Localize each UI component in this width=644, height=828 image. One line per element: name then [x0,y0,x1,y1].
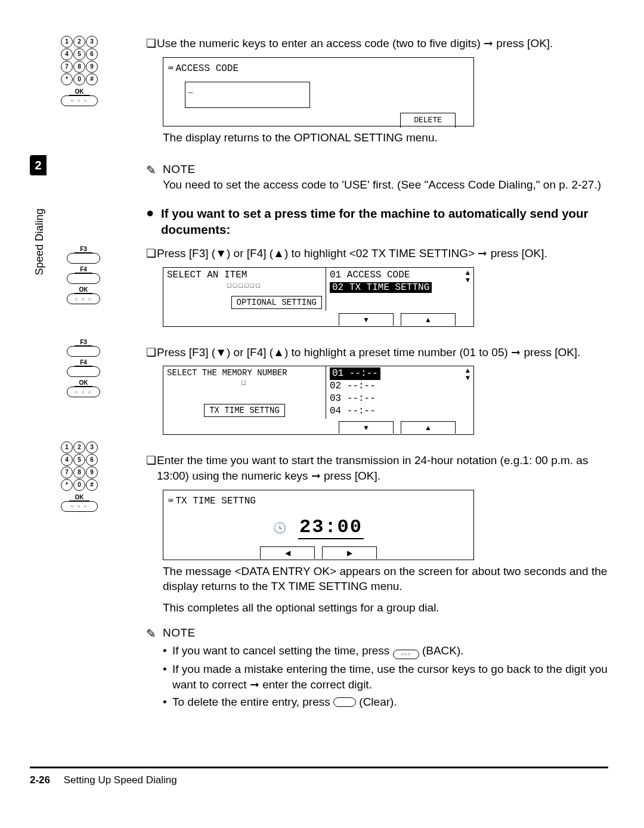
key-3: 3 [86,36,98,48]
caption-1: The message <DATA ENTRY OK> appears on t… [163,564,608,594]
lcd-access-code: ⌨ ACCESS CODE _ DELETE [163,57,474,126]
up-arrow-button: ▲ [401,313,456,326]
ok-button-icon-3: ○ ○ ○ [67,387,100,397]
scroll-icon: ▲▼ [466,367,470,382]
footer-title: Setting Up Speed Dialing [64,774,177,786]
footer-rule [30,767,608,768]
lcd-list-item-selected: 01 --:-- [330,367,380,380]
ok-label-3: OK [75,379,92,387]
key-star: * [61,73,73,85]
fkey-graphic-2: F3 F4 OK○ ○ ○ [60,339,107,400]
f4-label: F4 [75,266,92,273]
lcd-list-item: 02 --:-- [330,380,470,393]
down-arrow-button: ▼ [339,421,394,434]
key: 9 [86,466,98,478]
f3-button-icon-b [67,346,100,357]
step-memnum-select: ❏ Press [F3] (▼) or [F4] (▲) to highligh… [146,345,608,435]
lcd-memnum-select: SELECT THE MEMORY NUMBER □ TX TIME SETTN… [163,366,474,435]
lcd-list-item-selected: 02 TX TIME SETTNG [330,282,432,293]
lcd-left-title: SELECT THE MEMORY NUMBER [167,368,322,378]
chapter-number: 2 [30,155,47,175]
lcd-list-item: 01 ACCESS CODE [330,270,410,280]
step-txtime-select: ❏ Press [F3] (▼) or [F4] (▲) to highligh… [146,246,608,327]
key: 3 [86,441,98,453]
note-body-list: If you want to cancel setting the time, … [163,643,608,710]
step-access-code: ❏ Use the numeric keys to enter an acces… [146,36,608,145]
key: 2 [73,441,85,453]
key-8: 8 [73,61,85,73]
lcd-input-field: _ [185,82,310,108]
note-1: ✎ NOTE [146,163,608,177]
back-button-icon: ○○○ [393,650,419,659]
page-number: 2-26 [30,774,50,786]
caption-2: This completes all the optional settings… [163,600,608,616]
pencil-icon: ✎ [146,626,163,641]
lcd-time-value: 23:00 [298,516,364,539]
keyboard-icon: ⌨ [168,496,173,506]
key-9: 9 [86,61,98,73]
lcd-left-label-box: TX TIME SETTNG [204,404,285,417]
note-list-item: If you want to cancel setting the time, … [163,643,608,659]
key-4: 4 [61,48,73,60]
key: 6 [86,454,98,466]
keypad-graphic-1: 123 456 789 *0# OK ○ ○ ○ [49,36,109,107]
key-5: 5 [73,48,85,60]
clock-icon: 🕓 [273,521,286,535]
chapter-tab: 2 Speed Dialing [30,155,48,274]
list-marker-icon: ❏ [146,453,157,468]
step-enter-time: ❏ Enter the time you want to start the t… [146,453,608,615]
f4-button-icon [67,273,100,284]
ok-label: OK [69,89,89,95]
key-1: 1 [61,36,73,48]
step-text: Enter the time you want to start the tra… [157,453,608,483]
key-0: 0 [73,73,85,85]
key-2: 2 [73,36,85,48]
ok-button-icon-4: ○ ○ ○ [61,501,98,512]
lcd-txtime-select: SELECT AN ITEM □□□□□□ OPTIONAL SETTING ▲… [163,267,474,327]
f3-label-b: F3 [75,339,92,346]
fkey-graphic-1: F3 F4 OK○ ○ ○ [60,246,107,307]
chapter-title: Speed Dialing [33,208,46,275]
ok-label-2: OK [75,286,92,293]
keyboard-icon: ⌨ [168,63,173,73]
key: # [86,479,98,491]
lcd-list-item: 04 --:-- [330,405,470,418]
f3-label: F3 [75,246,92,253]
key: 0 [73,479,85,491]
lcd-title: TX TIME SETTNG [175,496,255,506]
heading-text: If you want to set a press time for the … [161,206,608,237]
key-6: 6 [86,48,98,60]
lcd-list-item: 03 --:-- [330,393,470,405]
list-marker-icon: ❏ [146,345,157,360]
note-2: ✎ NOTE [146,626,608,641]
lcd-enter-time: ⌨ TX TIME SETTNG 🕓 23:00 ◀ ▶ [163,490,474,560]
right-arrow-button: ▶ [322,546,377,559]
key-hash: # [86,73,98,85]
section-heading: ● If you want to set a press time for th… [146,206,608,237]
lcd-left-label-box: OPTIONAL SETTING [231,296,322,309]
f4-button-icon-b [67,366,100,377]
note-label: NOTE [163,163,196,176]
lcd-delete-button: DELETE [400,113,456,128]
lcd-boxes-icon: □ [167,379,322,387]
keypad-graphic-2: 123 456 789 *0# OK ○ ○ ○ [49,441,109,513]
key: 4 [61,454,73,466]
pencil-icon: ✎ [146,163,163,177]
scroll-icon: ▲▼ [466,270,470,284]
step-caption: The display returns to the OPTIONAL SETT… [163,130,608,146]
bullet-icon: ● [146,206,161,220]
down-arrow-button: ▼ [339,313,394,326]
note-list-item: If you made a mistake entering the time,… [163,662,608,692]
step-text: Use the numeric keys to enter an access … [157,36,608,51]
footer: 2-26 Setting Up Speed Dialing [30,774,177,786]
f4-label-b: F4 [75,359,92,366]
key: 5 [73,454,85,466]
up-arrow-button: ▲ [401,421,456,434]
key: 7 [61,466,73,478]
lcd-title: ACCESS CODE [175,63,239,74]
list-marker-icon: ❏ [146,246,157,261]
f3-button-icon [67,253,100,264]
step-text: Press [F3] (▼) or [F4] (▲) to highlight … [157,345,608,360]
key-7: 7 [61,61,73,73]
key: 8 [73,466,85,478]
